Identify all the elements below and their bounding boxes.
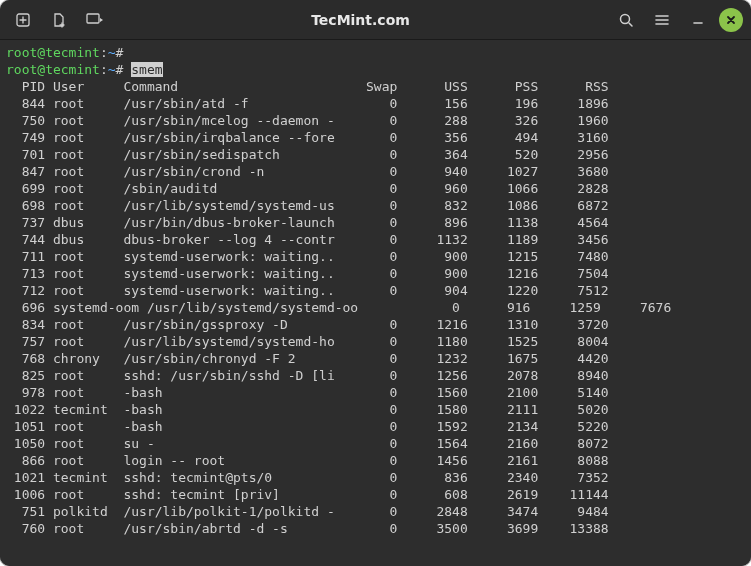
table-row: 847 root /usr/sbin/crond -n 0 940 1027 3…	[6, 163, 745, 180]
close-icon	[725, 14, 737, 26]
table-row: 750 root /usr/sbin/mcelog --daemon - 0 2…	[6, 112, 745, 129]
table-row: 834 root /usr/sbin/gssproxy -D 0 1216 13…	[6, 316, 745, 333]
table-row: 1050 root su - 0 1564 2160 8072	[6, 435, 745, 452]
svg-rect-1	[87, 14, 99, 23]
plus-box-icon	[15, 12, 31, 28]
table-row: 749 root /usr/sbin/irqbalance --fore 0 3…	[6, 129, 745, 146]
table-row: 866 root login -- root 0 1456 2161 8088	[6, 452, 745, 469]
table-row: 1006 root sshd: tecmint [priv] 0 608 261…	[6, 486, 745, 503]
table-row: 825 root sshd: /usr/sbin/sshd -D [li 0 1…	[6, 367, 745, 384]
prompt-line: root@tecmint:~# smem	[6, 61, 745, 78]
minimize-icon	[690, 12, 706, 28]
table-row: 978 root -bash 0 1560 2100 5140	[6, 384, 745, 401]
close-button[interactable]	[719, 8, 743, 32]
terminal-body[interactable]: root@tecmint:~# root@tecmint:~# smem PID…	[0, 40, 751, 566]
prompt-user: root@tecmint	[6, 45, 100, 60]
table-row: 713 root systemd-userwork: waiting.. 0 9…	[6, 265, 745, 282]
search-button[interactable]	[611, 5, 641, 35]
table-row: 701 root /usr/sbin/sedispatch 0 364 520 …	[6, 146, 745, 163]
prompt-path: ~	[108, 45, 116, 60]
titlebar-right	[611, 5, 743, 35]
svg-point-2	[621, 14, 630, 23]
table-row: 698 root /usr/lib/systemd/systemd-us 0 8…	[6, 197, 745, 214]
screen-icon	[86, 13, 104, 27]
table-row: 737 dbus /usr/bin/dbus-broker-launch 0 8…	[6, 214, 745, 231]
table-row: 757 root /usr/lib/systemd/systemd-ho 0 1…	[6, 333, 745, 350]
search-icon	[618, 12, 634, 28]
prompt-line: root@tecmint:~#	[6, 44, 745, 61]
window-title: TecMint.com	[118, 12, 603, 28]
titlebar: TecMint.com	[0, 0, 751, 40]
titlebar-left	[8, 5, 110, 35]
command-text: smem	[131, 62, 162, 77]
hamburger-icon	[654, 12, 670, 28]
table-row: 768 chrony /usr/sbin/chronyd -F 2 0 1232…	[6, 350, 745, 367]
table-row: 751 polkitd /usr/lib/polkit-1/polkitd - …	[6, 503, 745, 520]
table-row: 712 root systemd-userwork: waiting.. 0 9…	[6, 282, 745, 299]
table-row: 696 systemd-oom /usr/lib/systemd/systemd…	[6, 299, 745, 316]
table-row: 711 root systemd-userwork: waiting.. 0 9…	[6, 248, 745, 265]
menu-button[interactable]	[647, 5, 677, 35]
new-tab-button[interactable]	[8, 5, 38, 35]
new-window-button[interactable]	[44, 5, 74, 35]
new-doc-icon	[51, 12, 67, 28]
table-row: 1022 tecmint -bash 0 1580 2111 5020	[6, 401, 745, 418]
table-row: 844 root /usr/sbin/atd -f 0 156 196 1896	[6, 95, 745, 112]
terminal-window: TecMint.com root@tecmint:~# root@tecmint…	[0, 0, 751, 566]
prompt-symbol: #	[116, 45, 132, 60]
minimize-button[interactable]	[683, 5, 713, 35]
table-row: 1021 tecmint sshd: tecmint@pts/0 0 836 2…	[6, 469, 745, 486]
table-row: 760 root /usr/sbin/abrtd -d -s 0 3500 36…	[6, 520, 745, 537]
table-header: PID User Command Swap USS PSS RSS	[6, 78, 745, 95]
table-row: 744 dbus dbus-broker --log 4 --contr 0 1…	[6, 231, 745, 248]
table-row: 699 root /sbin/auditd 0 960 1066 2828	[6, 180, 745, 197]
broadcast-button[interactable]	[80, 5, 110, 35]
table-row: 1051 root -bash 0 1592 2134 5220	[6, 418, 745, 435]
